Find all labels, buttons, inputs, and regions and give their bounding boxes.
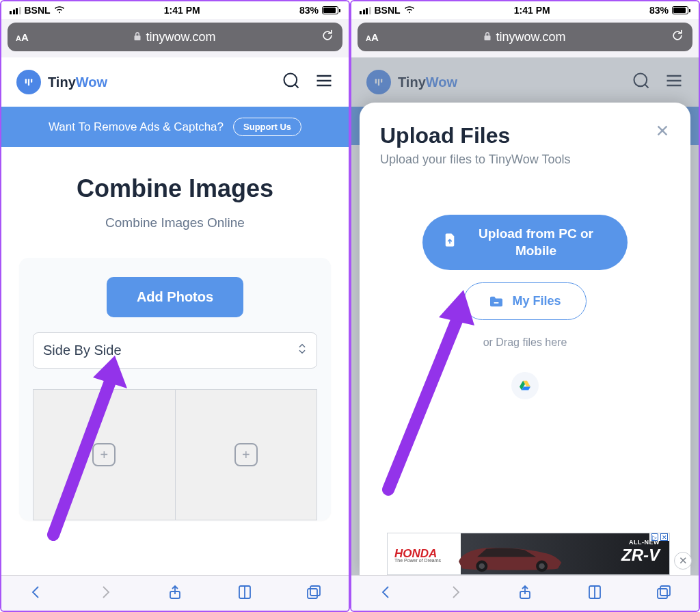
tabs-button[interactable] [656, 584, 672, 603]
my-files-button[interactable]: My Files [463, 282, 586, 320]
battery-percent: 83% [649, 5, 669, 16]
tool-card: Add Photos Side By Side + + [19, 258, 331, 520]
svg-rect-6 [308, 589, 317, 598]
add-photos-button[interactable]: Add Photos [107, 277, 243, 317]
status-bar: BSNL 1:41 PM 83% [351, 1, 699, 19]
wifi-icon [404, 5, 415, 16]
modal-subtitle: Upload your files to TinyWow Tools [380, 152, 570, 167]
plus-icon: + [92, 443, 116, 466]
svg-rect-2 [31, 79, 32, 83]
svg-rect-0 [25, 79, 27, 84]
chevron-updown-icon [297, 343, 307, 358]
carrier-label: BSNL [25, 5, 51, 16]
svg-rect-11 [494, 302, 499, 304]
layout-select-value: Side By Side [43, 343, 122, 358]
back-button[interactable] [28, 584, 44, 603]
back-button[interactable] [378, 584, 394, 603]
url-pill[interactable]: AA tinywow.com [8, 23, 342, 51]
clock: 1:41 PM [514, 5, 550, 16]
safari-url-bar: AA tinywow.com [1, 19, 349, 57]
ad-tagline: The Power of Dreams [388, 558, 441, 563]
file-upload-icon [443, 232, 457, 252]
image-slot[interactable]: + [176, 390, 317, 520]
bookmarks-button[interactable] [237, 584, 253, 603]
my-files-label: My Files [512, 294, 561, 308]
wifi-icon [54, 5, 65, 16]
lock-icon [133, 30, 142, 44]
reload-icon[interactable] [671, 29, 684, 45]
url-domain: tinywow.com [146, 30, 215, 44]
battery-icon [672, 6, 690, 14]
bookmarks-button[interactable] [587, 584, 603, 603]
logo[interactable]: TinyWow [16, 70, 107, 94]
signal-icon [360, 7, 371, 14]
svg-point-13 [479, 563, 485, 569]
layout-select[interactable]: Side By Side [33, 332, 317, 369]
url-pill[interactable]: AA tinywow.com [358, 23, 692, 51]
reload-icon[interactable] [321, 29, 334, 45]
reader-aa-icon[interactable]: AA [16, 31, 29, 43]
share-button[interactable] [517, 584, 533, 603]
image-slot[interactable]: + [33, 390, 176, 520]
site-header: TinyWow [1, 57, 349, 107]
page-subtitle: Combine Images Online [19, 215, 331, 230]
status-bar: BSNL 1:41 PM 83% [1, 1, 349, 19]
battery-icon [322, 6, 340, 14]
support-us-button[interactable]: Support Us [233, 118, 301, 136]
google-drive-icon [519, 380, 531, 391]
carrier-label: BSNL [375, 5, 401, 16]
logo-icon [16, 70, 41, 94]
modal-title: Upload Files [380, 123, 570, 148]
search-icon[interactable] [282, 71, 301, 93]
main-content: Combine Images Combine Images Online Add… [1, 147, 349, 520]
safari-toolbar [351, 575, 699, 611]
folder-icon [489, 295, 504, 308]
forward-button[interactable] [97, 584, 113, 603]
adchoices-icon[interactable]: ▷ ✕ [649, 533, 669, 541]
ad-close-button[interactable]: ✕ [674, 552, 692, 570]
promo-text: Want To Remove Ads & Captcha? [49, 120, 224, 134]
clock: 1:41 PM [164, 5, 200, 16]
reader-aa-icon[interactable]: AA [366, 31, 379, 43]
upload-modal: Upload Files Upload your files to TinyWo… [360, 103, 690, 575]
lock-icon [483, 30, 492, 44]
ad-banner[interactable]: HONDA The Power of Dreams ALL-NEW ZR-V ▷… [387, 533, 670, 575]
safari-url-bar: AA tinywow.com [351, 19, 699, 57]
promo-banner: Want To Remove Ads & Captcha? Support Us [1, 107, 349, 147]
upload-from-device-button[interactable]: Upload from PC or Mobile [422, 215, 628, 270]
signal-icon [10, 7, 21, 14]
google-drive-button[interactable] [511, 372, 539, 399]
close-icon[interactable] [655, 123, 670, 141]
svg-rect-1 [28, 79, 29, 86]
plus-icon: + [234, 443, 258, 466]
ad-model: ZR-V [621, 546, 660, 565]
drag-hint: or Drag files here [380, 336, 670, 349]
svg-rect-18 [658, 589, 667, 598]
logo-text: TinyWow [48, 75, 107, 90]
svg-point-3 [284, 74, 297, 87]
url-domain: tinywow.com [496, 30, 565, 44]
screenshot-right: BSNL 1:41 PM 83% AA [350, 0, 700, 612]
forward-button[interactable] [447, 584, 463, 603]
safari-toolbar [1, 575, 349, 611]
upload-button-label: Upload from PC or Mobile [465, 226, 607, 259]
share-button[interactable] [167, 584, 183, 603]
tabs-button[interactable] [306, 584, 322, 603]
page-title: Combine Images [19, 174, 331, 203]
ad-car-image [453, 536, 569, 573]
svg-rect-5 [310, 586, 320, 596]
menu-icon[interactable] [314, 71, 334, 93]
battery-percent: 83% [299, 5, 319, 16]
svg-rect-17 [660, 586, 670, 596]
image-slots: + + [33, 389, 317, 520]
screenshot-left: BSNL 1:41 PM 83% AA [0, 0, 350, 612]
svg-point-15 [539, 563, 544, 569]
